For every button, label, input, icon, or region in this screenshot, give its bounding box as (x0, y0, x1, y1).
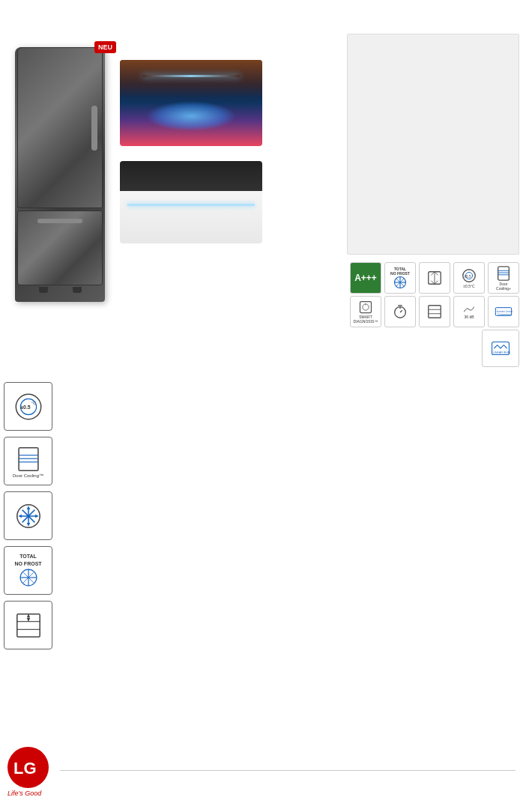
fridge-foot-left (39, 287, 48, 293)
svg-line-21 (400, 310, 402, 312)
svg-rect-16 (360, 302, 372, 313)
smart-diagnosis-badge: SMARTDIAGNOSIS™ (350, 296, 381, 327)
energy-label: A+++ (354, 273, 377, 283)
svg-text:±0.5: ±0.5 (20, 405, 30, 410)
svg-text:LG: LG (13, 759, 37, 778)
fridge-bottom-door (17, 210, 103, 285)
feature-icon-total-no-frost: TOTALNO FROST (4, 546, 52, 595)
linear-inverter-icon: LINEAR INVERTER (491, 341, 510, 356)
door-cooling-feature-label: Door Cooling™ (13, 473, 43, 478)
db-label: 36 dB (464, 315, 474, 320)
fridge-body: LG (15, 47, 105, 302)
feature-icons-section: ±0.5 °C Door Cooling™ TOTA (4, 382, 52, 655)
door-cooling-icon (495, 265, 512, 282)
cool-air-image (120, 60, 262, 146)
door-cooling-badge-label: DoorCooling+ (496, 282, 511, 291)
lg-footer: LG Life's Good (7, 747, 49, 797)
temp-badge-label: ±0.5°C (463, 285, 474, 289)
footer-divider (60, 770, 516, 771)
flexible-icon (426, 270, 443, 286)
db-icon (462, 304, 477, 315)
badges-row-3: LINEAR INVERTER (482, 330, 519, 367)
svg-text:Compressor: Compressor (498, 313, 512, 316)
temp-control-badge: ±0.5 ±0.5°C (453, 262, 485, 294)
feature-icon-airflow (4, 491, 52, 540)
space-feature-icon (14, 611, 43, 640)
svg-marker-58 (26, 618, 30, 622)
fridge-handle-top (91, 106, 97, 151)
svg-rect-35 (19, 447, 38, 470)
no-frost-icon (393, 276, 407, 289)
space-plus-icon (426, 303, 443, 320)
svg-marker-46 (18, 514, 22, 518)
right-panel-image (347, 34, 519, 255)
timer-badge (384, 296, 416, 327)
badges-row-1: A+++ TOTALNO FROST ±0.5 ±0.5°C (350, 262, 519, 294)
space-plus-badge (419, 296, 450, 327)
product-main-image: NEU LG (7, 45, 112, 322)
lg-tagline: Life's Good (7, 790, 41, 797)
svg-marker-47 (35, 514, 39, 518)
svg-text:±0.5: ±0.5 (465, 275, 471, 279)
badges-row-2: SMARTDIAGNOSIS™ 36 dB Inverter Linear Co… (350, 296, 519, 327)
svg-text:LINEAR INVERTER: LINEAR INVERTER (493, 351, 510, 354)
door-cooling-badge: DoorCooling+ (488, 262, 519, 294)
feature-image-interior (120, 161, 262, 243)
feature-image-cool-air (120, 60, 270, 243)
total-no-frost-feature-text: TOTALNO FROST (14, 553, 41, 566)
feature-icon-door-cooling: Door Cooling™ (4, 437, 52, 485)
svg-marker-44 (26, 506, 30, 509)
svg-marker-45 (26, 523, 30, 527)
linear-inverter-badge: LINEAR INVERTER (482, 330, 519, 367)
feature-icon-temp: ±0.5 °C (4, 382, 52, 431)
no-frost-feature-icon (18, 567, 39, 588)
svg-text:°C: °C (31, 400, 35, 405)
smart-diagnosis-icon (358, 300, 373, 315)
energy-badge: A+++ (350, 262, 381, 294)
svg-rect-23 (429, 306, 441, 318)
total-no-frost-text: TOTALNO FROST (390, 267, 410, 276)
neu-badge: NEU (94, 41, 116, 53)
linear-compressor-badge: Inverter Linear Compressor (488, 296, 519, 327)
door-cooling-feature-icon (14, 445, 43, 473)
fridge-feet (15, 287, 105, 293)
feature-icon-space (4, 601, 52, 649)
fridge-top-door (17, 47, 103, 208)
lg-brand-logo: LG (7, 747, 49, 788)
airflow-icon (14, 502, 43, 530)
temp-precision-icon: ±0.5 °C (14, 393, 43, 421)
total-no-frost-badge: TOTALNO FROST (384, 262, 416, 294)
linear-compressor-icon: Inverter Linear Compressor (495, 305, 513, 318)
fridge-foot-right (73, 287, 82, 293)
svg-rect-12 (498, 267, 510, 280)
fridge-handle-bottom (37, 219, 82, 223)
db-badge: 36 dB (453, 296, 485, 327)
temp-icon: ±0.5 (461, 267, 477, 284)
flexible-badge (419, 262, 450, 294)
smart-diagnosis-label: SMARTDIAGNOSIS™ (354, 315, 378, 324)
timer-icon (392, 303, 408, 320)
